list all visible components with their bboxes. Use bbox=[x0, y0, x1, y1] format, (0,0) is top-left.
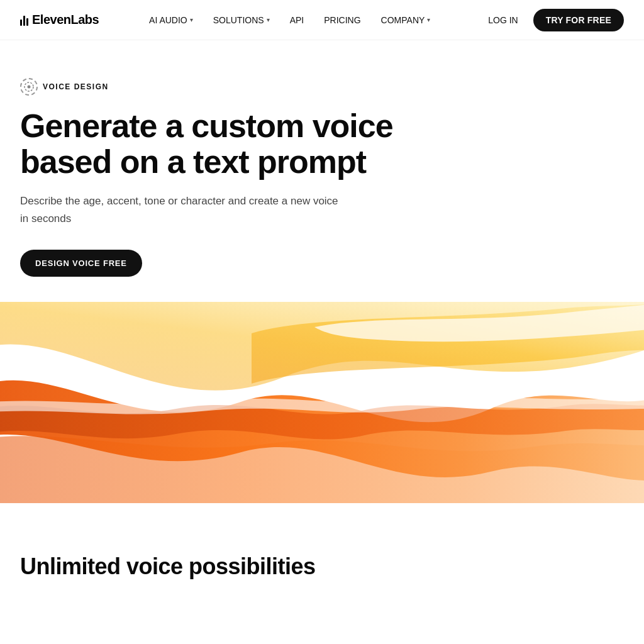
chevron-down-icon: ▾ bbox=[190, 16, 193, 23]
badge-label: VOICE DESIGN bbox=[43, 82, 109, 91]
logo-icon bbox=[20, 14, 28, 26]
hero-badge: VOICE DESIGN bbox=[20, 78, 624, 96]
nav-item-solutions[interactable]: SOLUTIONS ▾ bbox=[213, 15, 270, 25]
wave-illustration bbox=[0, 302, 644, 503]
hero-subtitle: Describe the age, accent, tone or charac… bbox=[20, 192, 347, 226]
chevron-down-icon: ▾ bbox=[427, 16, 430, 23]
nav-item-ai-audio[interactable]: AI AUDIO ▾ bbox=[149, 15, 193, 25]
svg-point-1 bbox=[28, 86, 31, 89]
chevron-down-icon: ▾ bbox=[267, 16, 270, 23]
voice-design-icon bbox=[20, 78, 38, 96]
logo-text: ElevenLabs bbox=[32, 13, 99, 27]
cta-button[interactable]: DESIGN VOICE FREE bbox=[20, 250, 142, 277]
logo[interactable]: ElevenLabs bbox=[20, 13, 99, 27]
bottom-section: Unlimited voice possibilities bbox=[0, 503, 644, 605]
hero-section: VOICE DESIGN Generate a custom voice bas… bbox=[0, 40, 644, 277]
bottom-title: Unlimited voice possibilities bbox=[20, 553, 624, 580]
nav-item-pricing[interactable]: PRICING bbox=[324, 15, 360, 25]
navbar: ElevenLabs AI AUDIO ▾ SOLUTIONS ▾ API PR… bbox=[0, 0, 644, 40]
nav-actions: LOG IN TRY FOR FREE bbox=[480, 9, 624, 31]
hero-title: Generate a custom voice based on a text … bbox=[20, 108, 448, 180]
nav-item-api[interactable]: API bbox=[290, 15, 304, 25]
nav-links: AI AUDIO ▾ SOLUTIONS ▾ API PRICING COMPA… bbox=[149, 15, 430, 25]
nav-item-company[interactable]: COMPANY ▾ bbox=[381, 15, 431, 25]
login-button[interactable]: LOG IN bbox=[480, 10, 525, 30]
try-for-free-button[interactable]: TRY FOR FREE bbox=[533, 9, 624, 31]
